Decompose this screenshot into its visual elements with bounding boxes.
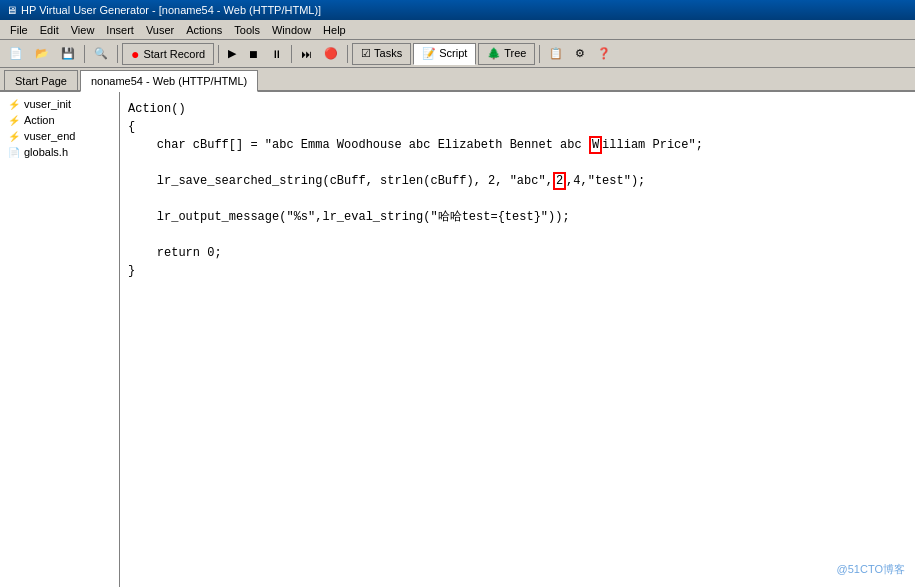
- tasks-button[interactable]: ☑ Tasks: [352, 43, 411, 65]
- code-line-6: [128, 190, 907, 208]
- action-icon-2: ⚡: [8, 115, 20, 126]
- sep3: [218, 45, 219, 63]
- script-icon: 📝: [422, 47, 436, 59]
- record-dot-icon: ●: [131, 46, 139, 62]
- sidebar-item-globals[interactable]: 📄 globals.h: [0, 144, 119, 160]
- sidebar-item-action[interactable]: ⚡ Action: [0, 112, 119, 128]
- sidebar-item-vuser-init[interactable]: ⚡ vuser_init: [0, 96, 119, 112]
- tree-icon: 🌲: [487, 47, 501, 59]
- start-record-label: Start Record: [143, 48, 205, 60]
- toolbar-pause[interactable]: ⏸: [266, 43, 287, 65]
- menu-item-insert[interactable]: Insert: [100, 23, 140, 37]
- menu-item-file[interactable]: File: [4, 23, 34, 37]
- code-line-3: char cBuff[] = "abc Emma Woodhouse abc E…: [128, 136, 907, 154]
- sidebar-label-vuser-end: vuser_end: [24, 130, 75, 142]
- code-line-9: return 0;: [128, 244, 907, 262]
- toolbar-extra1[interactable]: 📋: [544, 43, 568, 65]
- code-line-1: Action(): [128, 100, 907, 118]
- menu-item-edit[interactable]: Edit: [34, 23, 65, 37]
- sep5: [347, 45, 348, 63]
- title-bar: 🖥 HP Virtual User Generator - [noname54 …: [0, 0, 915, 20]
- code-line-10: }: [128, 262, 907, 280]
- action-icon-3: ⚡: [8, 131, 20, 142]
- toolbar: 📄 📂 💾 🔍 ● Start Record ▶ ⏹ ⏸ ⏭ 🔴 ☑ Tasks…: [0, 40, 915, 68]
- sep2: [117, 45, 118, 63]
- toolbar-save[interactable]: 💾: [56, 43, 80, 65]
- sep1: [84, 45, 85, 63]
- toolbar-search[interactable]: 🔍: [89, 43, 113, 65]
- toolbar-open[interactable]: 📂: [30, 43, 54, 65]
- code-line-5: lr_save_searched_string(cBuff, strlen(cB…: [128, 172, 907, 190]
- tree-button[interactable]: 🌲 Tree: [478, 43, 535, 65]
- code-line-2: {: [128, 118, 907, 136]
- highlight-2: 2: [553, 172, 566, 190]
- title-icon: 🖥: [6, 4, 17, 16]
- menu-item-help[interactable]: Help: [317, 23, 352, 37]
- tasks-icon: ☑: [361, 47, 371, 59]
- menu-item-actions[interactable]: Actions: [180, 23, 228, 37]
- sidebar-item-vuser-end[interactable]: ⚡ vuser_end: [0, 128, 119, 144]
- sidebar: ⚡ vuser_init ⚡ Action ⚡ vuser_end 📄 glob…: [0, 92, 120, 587]
- main-area: ⚡ vuser_init ⚡ Action ⚡ vuser_end 📄 glob…: [0, 92, 915, 587]
- toolbar-new[interactable]: 📄: [4, 43, 28, 65]
- menu-item-vuser[interactable]: Vuser: [140, 23, 180, 37]
- tab-noname54[interactable]: noname54 - Web (HTTP/HTML): [80, 70, 258, 92]
- highlight-w: W: [589, 136, 602, 154]
- tab-start-page-label: Start Page: [15, 75, 67, 87]
- code-line-4: [128, 154, 907, 172]
- sidebar-label-action: Action: [24, 114, 55, 126]
- tab-start-page[interactable]: Start Page: [4, 70, 78, 90]
- title-text: HP Virtual User Generator - [noname54 - …: [21, 4, 321, 16]
- toolbar-step[interactable]: ⏭: [296, 43, 317, 65]
- toolbar-extra2[interactable]: ⚙: [570, 43, 590, 65]
- start-record-button[interactable]: ● Start Record: [122, 43, 214, 65]
- document-tabs: Start Page noname54 - Web (HTTP/HTML): [0, 68, 915, 92]
- sidebar-label-vuser-init: vuser_init: [24, 98, 71, 110]
- menu-item-view[interactable]: View: [65, 23, 101, 37]
- tab-noname54-label: noname54 - Web (HTTP/HTML): [91, 75, 247, 87]
- menu-item-window[interactable]: Window: [266, 23, 317, 37]
- code-line-8: [128, 226, 907, 244]
- menu-bar: FileEditViewInsertVuserActionsToolsWindo…: [0, 20, 915, 40]
- file-icon: 📄: [8, 147, 20, 158]
- toolbar-stop[interactable]: ⏹: [243, 43, 264, 65]
- script-button[interactable]: 📝 Script: [413, 43, 476, 65]
- code-line-7: lr_output_message("%s",lr_eval_string("哈…: [128, 208, 907, 226]
- toolbar-extra3[interactable]: ❓: [592, 43, 616, 65]
- toolbar-play[interactable]: ▶: [223, 43, 241, 65]
- sep4: [291, 45, 292, 63]
- watermark: @51CTO博客: [837, 562, 905, 577]
- sidebar-label-globals: globals.h: [24, 146, 68, 158]
- toolbar-breakpoint[interactable]: 🔴: [319, 43, 343, 65]
- action-icon: ⚡: [8, 99, 20, 110]
- menu-item-tools[interactable]: Tools: [228, 23, 266, 37]
- sep6: [539, 45, 540, 63]
- code-editor: Action() { char cBuff[] = "abc Emma Wood…: [120, 92, 915, 587]
